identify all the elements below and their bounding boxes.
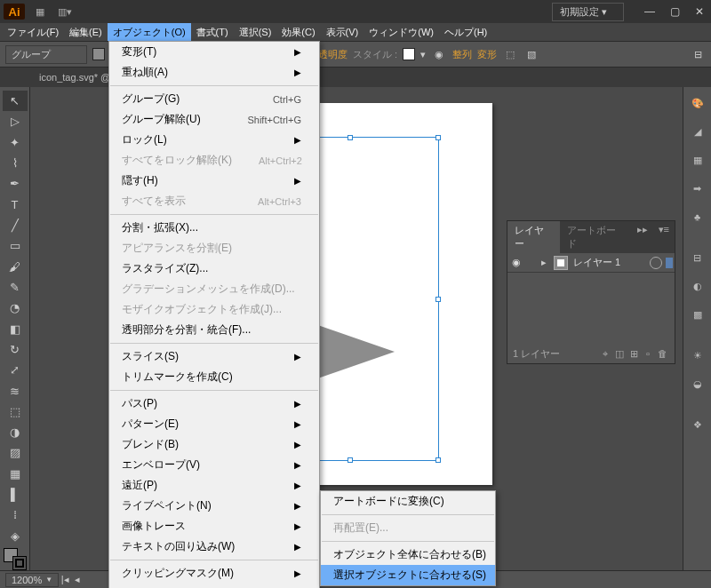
menu-item[interactable]: グループ(G)Ctrl+G <box>109 89 319 109</box>
direct-selection-tool[interactable]: ▷ <box>3 111 28 131</box>
delete-layer-icon[interactable]: 🗑 <box>655 348 669 359</box>
menu-オブジェクト(O)[interactable]: オブジェクト(O) <box>108 23 191 41</box>
appearance-icon[interactable]: ☀ <box>687 345 708 366</box>
layer-name[interactable]: レイヤー 1 <box>571 256 650 269</box>
brushes-icon[interactable]: ➡ <box>687 178 708 199</box>
mesh-tool[interactable]: ▦ <box>3 464 28 484</box>
eyedropper-tool[interactable]: ⁞ <box>3 505 28 525</box>
locate-icon[interactable]: ⌖ <box>598 348 612 360</box>
gradient-panel-icon[interactable]: ◐ <box>687 275 708 297</box>
menu-選択(S)[interactable]: 選択(S) <box>234 23 277 41</box>
menu-item[interactable]: テキストの回り込み(W)▶ <box>109 536 319 557</box>
expand-icon[interactable]: ▸ <box>541 257 554 268</box>
menu-ファイル(F)[interactable]: ファイル(F) <box>2 23 64 41</box>
scale-tool[interactable]: ⤢ <box>3 360 28 380</box>
layers-icon[interactable]: ❖ <box>687 414 708 435</box>
selection-tool[interactable]: ↖ <box>3 91 28 111</box>
menu-item[interactable]: 分割・拡張(X)... <box>109 218 319 238</box>
menu-item[interactable]: ブレンド(B)▶ <box>109 434 319 455</box>
menu-item[interactable]: 複合パス(O)▶ <box>109 584 319 588</box>
menu-item[interactable]: 画像トレース▶ <box>109 516 319 536</box>
menu-item[interactable]: 遠近(P)▶ <box>109 475 319 496</box>
menu-item: すべてを表示Alt+Ctrl+3 <box>109 191 319 211</box>
rectangle-tool[interactable]: ▭ <box>3 235 28 256</box>
menu-item[interactable]: ラスタライズ(Z)... <box>109 258 319 279</box>
width-tool[interactable]: ≋ <box>3 380 28 401</box>
eraser-tool[interactable]: ◧ <box>3 318 28 338</box>
target-icon[interactable] <box>650 257 662 269</box>
menu-item[interactable]: 重ね順(A)▶ <box>109 62 319 83</box>
menu-item[interactable]: ロック(L)▶ <box>109 130 319 150</box>
minimize-button[interactable]: — <box>642 5 658 18</box>
isolate-icon[interactable]: ⬚ <box>502 46 518 62</box>
layer-row[interactable]: ◉ ▸ レイヤー 1 <box>507 253 675 273</box>
object-type-field[interactable]: グループ <box>5 45 87 64</box>
menu-item[interactable]: 選択オブジェクトに合わせる(S) <box>321 565 495 585</box>
tab-artboards[interactable]: アートボード <box>560 221 632 253</box>
menu-item[interactable]: 変形(T)▶ <box>109 42 319 62</box>
menu-item[interactable]: オブジェクト全体に合わせる(B) <box>321 544 495 565</box>
first-artboard-icon[interactable]: |◂ <box>59 574 71 585</box>
menu-item[interactable]: スライス(S)▶ <box>109 346 319 367</box>
visibility-icon[interactable]: ◉ <box>507 257 525 268</box>
menu-item[interactable]: パス(P)▶ <box>109 393 319 414</box>
recolor-icon[interactable]: ◉ <box>431 46 447 62</box>
rotate-tool[interactable]: ↻ <box>3 339 28 360</box>
pen-tool[interactable]: ✒ <box>3 173 28 194</box>
color-guide-icon[interactable]: ◢ <box>687 121 708 142</box>
new-sublayer-icon[interactable]: ⊞ <box>627 348 641 360</box>
swatches-icon[interactable]: ▦ <box>687 149 708 171</box>
type-tool[interactable]: T <box>3 195 28 215</box>
panel-menu-icon[interactable]: ▾≡ <box>653 221 675 253</box>
menu-item[interactable]: トリムマークを作成(C) <box>109 367 319 387</box>
free-transform-tool[interactable]: ⬚ <box>3 401 28 422</box>
zoom-field[interactable]: 1200%▼ <box>5 573 59 587</box>
line-tool[interactable]: ╱ <box>3 215 28 235</box>
bridge-icon[interactable]: ▦ <box>30 2 50 21</box>
maximize-button[interactable]: ▢ <box>667 5 683 18</box>
shape-builder-tool[interactable]: ◑ <box>3 422 28 442</box>
paintbrush-tool[interactable]: 🖌 <box>3 257 28 277</box>
fill-stroke-swatches[interactable] <box>4 548 27 570</box>
blend-tool[interactable]: ◈ <box>3 526 28 546</box>
graphic-styles-icon[interactable]: ◒ <box>687 373 708 394</box>
tab-layers[interactable]: レイヤー <box>507 221 560 253</box>
menu-ウィンドウ(W)[interactable]: ウィンドウ(W) <box>363 23 439 41</box>
menu-編集(E)[interactable]: 編集(E) <box>64 23 108 41</box>
perspective-tool[interactable]: ▨ <box>3 442 28 463</box>
color-panel-icon[interactable]: 🎨 <box>687 92 708 114</box>
lasso-tool[interactable]: ⌇ <box>3 153 28 173</box>
panel-collapse-icon[interactable]: ▸▸ <box>632 221 653 253</box>
align-label[interactable]: 整列 <box>452 48 472 61</box>
menu-item[interactable]: アートボードに変換(C) <box>321 491 495 512</box>
magic-wand-tool[interactable]: ✦ <box>3 132 28 153</box>
clip-mask-icon[interactable]: ◫ <box>612 348 627 360</box>
workspace-selector[interactable]: 初期設定 ▾ <box>552 3 624 21</box>
transparency-panel-icon[interactable]: ▩ <box>687 304 708 325</box>
close-button[interactable]: ✕ <box>691 5 707 18</box>
pencil-tool[interactable]: ✎ <box>3 277 28 298</box>
blob-brush-tool[interactable]: ◔ <box>3 298 28 318</box>
stroke-panel-icon[interactable]: ⊟ <box>687 247 708 268</box>
arrange-docs-icon[interactable]: ▥▾ <box>55 2 75 21</box>
symbols-icon[interactable]: ♣ <box>687 206 708 227</box>
fill-swatch[interactable] <box>92 48 105 60</box>
gradient-tool[interactable]: ▌ <box>3 484 28 505</box>
menu-item[interactable]: クリッピングマスク(M)▶ <box>109 563 319 584</box>
panel-toggle-icon[interactable]: ⊟ <box>690 46 706 62</box>
menu-表示(V)[interactable]: 表示(V) <box>321 23 364 41</box>
menu-item[interactable]: 透明部分を分割・統合(F)... <box>109 320 319 340</box>
menu-効果(C)[interactable]: 効果(C) <box>276 23 320 41</box>
prev-artboard-icon[interactable]: ◂ <box>71 574 84 585</box>
menu-item[interactable]: パターン(E)▶ <box>109 414 319 434</box>
menu-item[interactable]: ライブペイント(N)▶ <box>109 496 319 516</box>
transform-label[interactable]: 変形 <box>477 48 497 61</box>
menu-item[interactable]: エンベロープ(V)▶ <box>109 455 319 475</box>
menu-書式(T)[interactable]: 書式(T) <box>191 23 234 41</box>
edit-icon[interactable]: ▧ <box>523 46 539 62</box>
menu-item[interactable]: 隠す(H)▶ <box>109 171 319 191</box>
menu-ヘルプ(H)[interactable]: ヘルプ(H) <box>439 23 492 41</box>
style-swatch[interactable] <box>403 48 415 60</box>
menu-item[interactable]: グループ解除(U)Shift+Ctrl+G <box>109 109 319 130</box>
new-layer-icon[interactable]: ▫ <box>641 348 655 359</box>
